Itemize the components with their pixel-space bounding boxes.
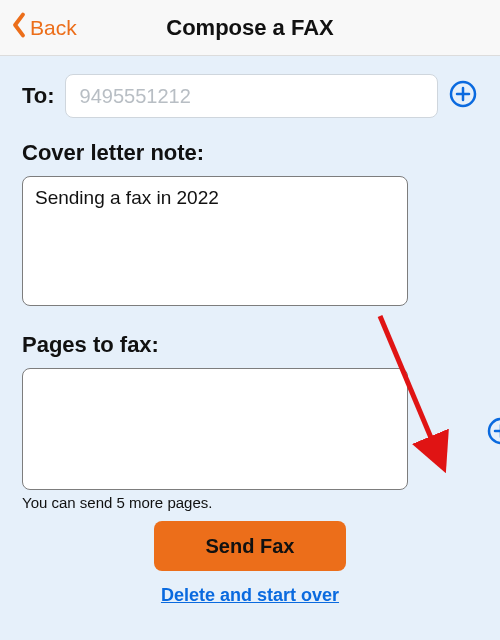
to-row: To: (22, 74, 478, 118)
back-button[interactable]: Back (10, 12, 77, 43)
pages-row (22, 368, 478, 490)
to-input[interactable] (65, 74, 438, 118)
nav-bar: Back Compose a FAX (0, 0, 500, 56)
chevron-left-icon (10, 12, 28, 43)
add-page-button[interactable] (486, 418, 500, 448)
add-recipient-button[interactable] (448, 81, 478, 111)
pages-label: Pages to fax: (22, 332, 478, 358)
cover-note-input[interactable] (22, 176, 408, 306)
compose-content: To: Cover letter note: Pages to fax: (0, 56, 500, 640)
delete-start-over-link[interactable]: Delete and start over (22, 585, 478, 606)
pages-remaining-text: You can send 5 more pages. (22, 494, 478, 511)
send-fax-button[interactable]: Send Fax (154, 521, 346, 571)
back-label: Back (30, 16, 77, 40)
pages-box[interactable] (22, 368, 408, 490)
cover-note-label: Cover letter note: (22, 140, 478, 166)
to-label: To: (22, 83, 55, 109)
plus-circle-icon (449, 80, 477, 112)
plus-circle-icon (487, 417, 500, 449)
